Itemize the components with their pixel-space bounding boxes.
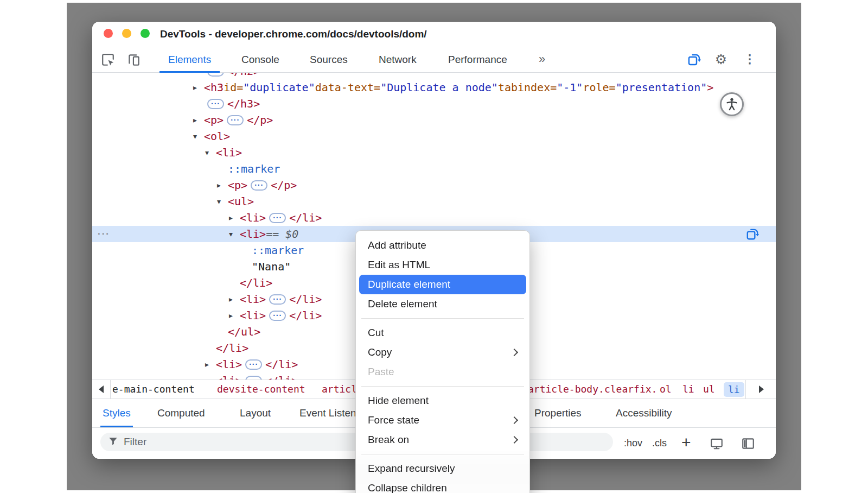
menu-item-delete-element[interactable]: Delete element [359,294,526,314]
menu-item-duplicate-element[interactable]: Duplicate element [359,275,526,294]
tab-elements[interactable]: Elements [168,47,211,73]
tab-console[interactable]: Console [241,47,279,73]
submenu-chevron-icon [510,416,518,424]
breadcrumb-item[interactable]: li [724,382,744,397]
duplicate-element-toolbar-icon[interactable] [687,52,701,67]
menu-item-label: Duplicate element [368,279,450,290]
dom-tree-row[interactable]: ···</h2> [92,73,776,79]
dom-tree-row[interactable]: ▸<li>···</li> [92,210,776,226]
code-token-marker: ::marker [228,162,280,175]
dom-tree-row[interactable]: ▸<h3 id="duplicate" data-text="Duplicate… [92,79,776,96]
expand-arrow-icon[interactable]: ▸ [229,311,240,320]
device-frame-icon[interactable] [710,437,724,451]
dom-tree-row[interactable]: ▾<ul> [92,193,776,210]
chevron-left-icon[interactable] [92,380,111,399]
panel-tab-properties[interactable]: Properties [534,399,582,427]
expand-arrow-icon[interactable]: ▸ [193,83,204,92]
menu-item-copy[interactable]: Copy [359,343,526,362]
menu-item-collapse-children[interactable]: Collapse children [359,478,526,493]
code-token-meta: == $0 [266,227,298,241]
row-overflow-dots[interactable]: ··· [98,226,110,242]
collapse-arrow-icon[interactable]: ▾ [205,148,216,157]
code-token-val: "duplicate" [243,81,315,94]
dom-tree-row[interactable]: ▸<p>···</p> [92,112,776,128]
menu-item-label: Force state [368,414,419,426]
expand-ellipsis-badge[interactable]: ··· [207,73,224,77]
breadcrumb-item[interactable]: ol [660,380,672,399]
breadcrumb-item[interactable]: e-main-content [112,380,195,399]
breadcrumb-item[interactable]: ul [703,380,715,399]
expand-arrow-icon[interactable]: ▸ [193,116,204,124]
expand-ellipsis-badge[interactable]: ··· [245,376,262,380]
panel-tab-computed[interactable]: Computed [157,399,205,427]
minimize-window-button[interactable] [122,29,131,38]
dom-tree-row[interactable]: ···</h3> [92,96,776,112]
element-classes-button[interactable]: .cls [652,428,667,459]
menu-item-label: Delete element [368,298,437,310]
chevron-right-icon[interactable] [745,380,776,399]
code-token-tag: <ul> [228,195,254,208]
menu-item-cut[interactable]: Cut [359,323,526,343]
expand-ellipsis-badge[interactable]: ··· [251,180,267,191]
expand-ellipsis-badge[interactable]: ··· [269,294,286,305]
menu-item-hide-element[interactable]: Hide element [359,391,526,410]
dom-tree-row[interactable]: ▾<li> [92,144,776,161]
inspect-icon[interactable] [101,53,115,67]
menu-item-label: Edit as HTML [368,259,430,271]
code-token-tag: </li> [289,293,322,306]
menu-item-expand-recursively[interactable]: Expand recursively [359,459,526,478]
menu-item-break-on[interactable]: Break on [359,430,526,450]
panel-tab-accessibility[interactable]: Accessibility [616,399,672,427]
more-tabs-icon[interactable]: » [539,47,544,72]
collapse-arrow-icon[interactable]: ▾ [217,197,228,206]
toggle-element-state-button[interactable]: :hov [624,428,642,459]
tab-sources[interactable]: Sources [310,47,348,73]
code-token-tag: </li> [289,211,322,224]
expand-ellipsis-badge[interactable]: ··· [207,99,224,109]
expand-ellipsis-badge[interactable]: ··· [269,311,286,321]
filter-placeholder: Filter [124,436,146,448]
breadcrumb-item[interactable]: article-body.clearfix. [528,380,657,399]
more-options-icon[interactable]: ⋮ [743,52,756,67]
menu-item-label: Break on [368,434,409,446]
code-token-marker: ::marker [252,244,304,257]
expand-ellipsis-badge[interactable]: ··· [269,213,286,223]
code-token-tag: <h3 [204,81,224,94]
dom-tree-row[interactable]: ▸<p>···</p> [92,177,776,193]
collapse-arrow-icon[interactable]: ▾ [193,132,204,141]
expand-arrow-icon[interactable]: ▸ [229,295,240,304]
expand-arrow-icon[interactable]: ▸ [229,213,240,222]
menu-item-force-state[interactable]: Force state [359,410,526,430]
menu-item-edit-as-html[interactable]: Edit as HTML [359,255,526,275]
accessibility-person-icon[interactable] [720,92,744,116]
breadcrumb-item[interactable]: devsite-content [217,380,305,399]
code-token-val: "-1" [557,81,583,94]
context-menu-items: Add attributeEdit as HTMLDuplicate eleme… [356,236,529,493]
panel-tab-layout[interactable]: Layout [240,399,271,427]
menu-item-add-attribute[interactable]: Add attribute [359,236,526,255]
tab-performance[interactable]: Performance [448,47,507,73]
device-toolbar-icon[interactable] [127,53,141,67]
panel-tab-styles[interactable]: Styles [103,399,131,427]
submenu-chevron-icon [510,349,518,356]
menu-item-label: Copy [368,346,392,358]
collapse-arrow-icon[interactable]: ▾ [229,230,240,238]
expand-ellipsis-badge[interactable]: ··· [227,115,244,125]
settings-gear-icon[interactable]: ⚙ [713,51,729,67]
expand-ellipsis-badge[interactable]: ··· [245,359,262,370]
code-token-tag: <li> [240,293,266,306]
tab-network[interactable]: Network [379,47,417,73]
expand-arrow-icon[interactable]: ▸ [205,360,216,369]
sidebar-toggle-icon[interactable] [741,437,755,451]
code-token-val: "presentation" [616,81,707,94]
expand-arrow-icon[interactable]: ▸ [217,181,228,189]
new-style-rule-button[interactable]: + [681,428,691,457]
code-token-attr: id= [224,81,243,94]
dom-tree-row[interactable]: ::marker [92,161,776,177]
zoom-window-button[interactable] [141,29,150,38]
breadcrumb-item[interactable]: li [682,380,694,399]
duplicate-element-icon[interactable] [745,227,760,241]
dom-tree-row[interactable]: ▾<ol> [92,128,776,144]
code-token-attr: data-text= [315,81,380,94]
close-window-button[interactable] [104,29,113,38]
